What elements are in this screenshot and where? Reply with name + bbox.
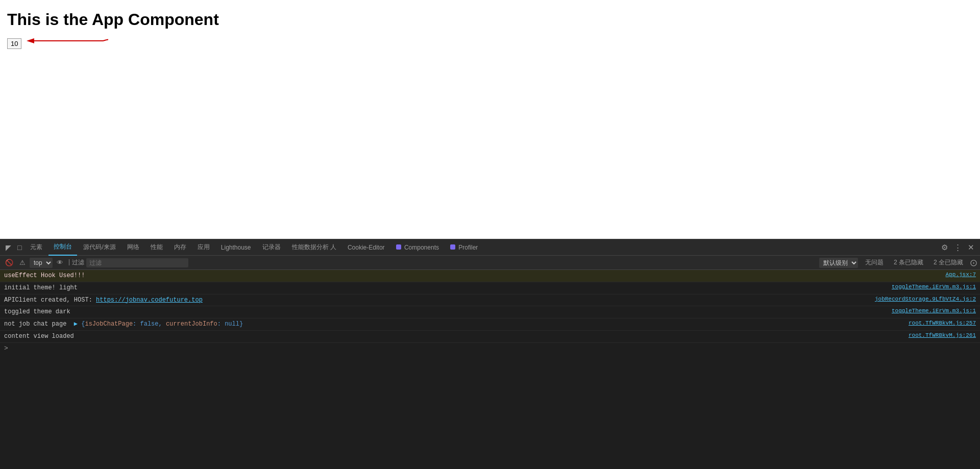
filter-icon: ⏐ [67,259,70,266]
console-output: useEffect Hook Used!!! App.jsx:7 initial… [0,270,980,469]
tab-lighthouse[interactable]: Lighthouse [216,239,256,256]
app-area: This is the App Component 10 [0,0,980,239]
filter-icon-area: ⏐ 过滤 [67,258,84,267]
devtools-close-btn[interactable]: ✕ [965,242,977,253]
context-selector[interactable]: top [30,258,53,268]
console-source-3[interactable]: jobRecordStorage.9LfbVtZ4.js:2 [875,296,976,302]
devtools-settings-btn[interactable]: ⚙ [939,242,950,253]
console-msg-2: initial theme! light [4,284,887,292]
issues-badge-1[interactable]: 2 条已隐藏 [891,257,926,268]
console-row-1: useEffect Hook Used!!! App.jsx:7 [0,270,980,282]
tab-performance[interactable]: 性能 [145,239,168,256]
tab-memory[interactable]: 内存 [169,239,191,256]
console-msg-4: toggled theme dark [4,308,887,316]
issues-badge-2[interactable]: 2 全已隐藏 [930,257,966,268]
console-msg-1: useEffect Hook Used!!! [4,271,941,280]
console-clear-btn[interactable]: 🚫 [3,258,15,267]
console-source-1[interactable]: App.jsx:7 [946,271,976,278]
devtools-more-btn[interactable]: ⋮ [951,242,964,253]
devtools-panel: ◤ □ 元素 控制台 源代码/来源 网络 性能 内存 应用 Lighthouse… [0,239,980,469]
console-row-2: initial theme! light toggleTheme.iErVm.m… [0,282,980,294]
console-eye-btn[interactable]: 👁 [55,258,65,267]
tab-perf-insights[interactable]: 性能数据分析 人 [287,239,341,256]
console-source-4[interactable]: toggleTheme.iErVm.m3.js:1 [892,308,976,314]
fullscreen-btn[interactable]: ⨀ [970,259,977,266]
console-source-5[interactable]: root.TfWRBkvM.js:257 [909,320,976,326]
console-block-btn[interactable]: ⚠ [17,258,28,267]
console-row-3: APIClient created, HOST: https://jobnav.… [0,294,980,307]
devtools-drawer-btn[interactable]: □ [15,242,24,253]
console-msg-5: not job chat page ▶ {isJobChatPage: fals… [4,320,903,329]
tab-sources[interactable]: 源代码/来源 [78,239,120,256]
devtools-tab-bar: ◤ □ 元素 控制台 源代码/来源 网络 性能 内存 应用 Lighthouse… [0,239,980,256]
devtools-toggle-btn[interactable]: ◤ [3,242,14,253]
tab-elements[interactable]: 元素 [25,239,47,256]
tab-cookie-editor[interactable]: Cookie-Editor [342,239,390,256]
console-msg-6: content view loaded [4,332,903,341]
tab-network[interactable]: 网络 [122,239,144,256]
log-level-select[interactable]: 默认级别 [819,258,858,268]
console-toolbar: 🚫 ⚠ top 👁 ⏐ 过滤 默认级别 无问题 2 条已隐藏 2 全已隐藏 ⨀ [0,256,980,270]
console-source-6[interactable]: root.TfWRBkvM.js:261 [909,332,976,338]
api-host-link[interactable]: https://jobnav.codefuture.top [96,297,203,304]
no-issues-button[interactable]: 无问题 [862,257,887,268]
tab-recorder[interactable]: 记录器 [257,239,286,256]
tab-console[interactable]: 控制台 [48,239,77,256]
console-row-6: content view loaded root.TfWRBkvM.js:261 [0,331,980,343]
console-row-5: not job chat page ▶ {isJobChatPage: fals… [0,318,980,331]
console-row-4: toggled theme dark toggleTheme.iErVm.m3.… [0,306,980,318]
console-prompt-icon: > [4,344,8,352]
console-toolbar-right: 默认级别 无问题 2 条已隐藏 2 全已隐藏 ⨀ [819,257,977,268]
console-msg-3: APIClient created, HOST: https://jobnav.… [4,296,870,305]
tab-application[interactable]: 应用 [192,239,215,256]
app-title: This is the App Component [7,10,973,29]
console-input[interactable] [10,344,976,352]
counter-button[interactable]: 10 [7,38,21,49]
filter-label: 过滤 [72,258,84,267]
console-prompt-row: > [0,343,980,354]
tab-profiler[interactable]: Profiler [445,239,483,256]
console-source-2[interactable]: toggleTheme.iErVm.m3.js:1 [892,284,976,290]
tab-components[interactable]: Components [391,239,444,256]
console-filter-input[interactable] [86,258,188,267]
